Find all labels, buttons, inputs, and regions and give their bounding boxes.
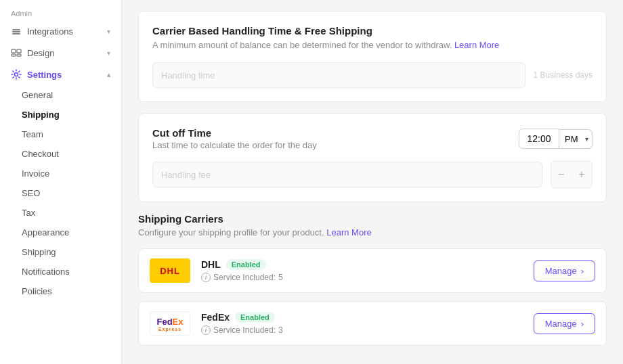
carriers-title: Shipping Carriers	[138, 213, 607, 225]
carriers-desc: Configure your shipping profile for your…	[138, 227, 607, 237]
fee-minus-button[interactable]: −	[551, 162, 572, 187]
sidebar-item-integrations-label: Integrations	[27, 26, 73, 37]
carriers-learn-more-link[interactable]: Learn More	[326, 227, 371, 237]
time-input[interactable]	[519, 129, 559, 149]
handling-fee-row: Handling fee − +	[152, 161, 593, 188]
handling-time-row: Handling time 1 Business days	[152, 62, 593, 88]
time-selector: PM AM	[519, 129, 593, 149]
chevron-up-icon-settings: ▴	[107, 71, 110, 78]
carriers-section: Shipping Carriers Configure your shippin…	[138, 213, 607, 346]
sidebar-item-design-label: Design	[27, 48, 54, 58]
sidebar-item-shipping[interactable]: Shipping	[0, 105, 121, 124]
fedex-info: FedEx Enabled i Service Included: 3	[201, 312, 523, 335]
chevron-right-icon-fedex: ›	[581, 319, 584, 329]
fedex-name: FedEx	[201, 312, 230, 323]
design-icon	[11, 47, 22, 58]
cutoff-section: Cut off Time Last time to calculate the …	[138, 113, 607, 202]
sidebar-item-policies[interactable]: Policies	[0, 281, 121, 301]
svg-rect-0	[12, 29, 20, 30]
info-icon-dhl: i	[201, 273, 211, 282]
dhl-status-badge: Enabled	[226, 259, 266, 270]
svg-rect-1	[12, 31, 20, 32]
svg-rect-6	[17, 54, 21, 56]
sidebar-item-seo[interactable]: SEO	[0, 183, 121, 203]
sidebar-item-general[interactable]: General	[0, 85, 121, 105]
handling-section: Carrier Based Handling Time & Free Shipp…	[138, 11, 607, 102]
fee-plus-button[interactable]: +	[572, 162, 592, 187]
dhl-logo: DHL	[150, 258, 190, 283]
cutoff-title: Cut off Time	[152, 127, 317, 139]
dhl-manage-button[interactable]: Manage ›	[534, 260, 595, 281]
sidebar-item-invoice[interactable]: Invoice	[0, 164, 121, 183]
handling-section-desc: A minimum amount of balance can be deter…	[152, 39, 593, 51]
settings-submenu: General Shipping Team Checkout Invoice S…	[0, 85, 121, 301]
sidebar-item-tax[interactable]: Tax	[0, 203, 121, 223]
handling-fee-input[interactable]: Handling fee	[152, 162, 542, 187]
sidebar-admin-label: Admin	[0, 5, 121, 20]
dhl-name: DHL	[201, 259, 221, 270]
sidebar-item-shipping2[interactable]: Shipping	[0, 242, 121, 262]
dhl-service-info: i Service Included: 5	[201, 273, 523, 282]
fedex-name-row: FedEx Enabled	[201, 312, 523, 323]
sidebar-item-settings-label: Settings	[27, 70, 62, 80]
settings-icon	[11, 69, 22, 80]
handling-time-hint: 1 Business days	[534, 70, 593, 80]
dhl-info: DHL Enabled i Service Included: 5	[201, 259, 523, 282]
svg-point-7	[15, 73, 18, 76]
chevron-down-icon: ▾	[107, 28, 110, 35]
cutoff-row: Cut off Time Last time to calculate the …	[152, 127, 593, 150]
handling-learn-more-link[interactable]: Learn More	[454, 40, 499, 50]
fedex-logo: FedEx Express	[150, 311, 190, 336]
sidebar-item-appearance[interactable]: Appearance	[0, 223, 121, 242]
carrier-item-fedex: FedEx Express FedEx Enabled i Service In…	[138, 301, 607, 346]
info-icon-fedex: i	[201, 325, 211, 335]
sidebar-item-team[interactable]: Team	[0, 124, 121, 144]
ampm-wrapper: PM AM	[559, 129, 593, 149]
dhl-name-row: DHL Enabled	[201, 259, 523, 270]
sidebar-item-settings[interactable]: Settings ▴	[0, 64, 121, 85]
chevron-right-icon-dhl: ›	[581, 266, 584, 276]
sidebar-item-design[interactable]: Design ▾	[0, 42, 121, 64]
cutoff-desc: Last time to calculate the order for the…	[152, 140, 317, 150]
svg-rect-2	[12, 33, 20, 35]
fee-counter: − +	[551, 161, 593, 188]
sidebar-item-notifications[interactable]: Notifications	[0, 262, 121, 281]
sidebar-item-checkout[interactable]: Checkout	[0, 144, 121, 164]
sidebar-item-integrations[interactable]: Integrations ▾	[0, 20, 121, 42]
main-content: Carrier Based Handling Time & Free Shipp…	[122, 0, 623, 364]
svg-rect-5	[12, 54, 16, 56]
fedex-status-badge: Enabled	[235, 312, 275, 323]
svg-rect-3	[12, 49, 16, 53]
svg-rect-4	[17, 49, 21, 53]
handling-section-title: Carrier Based Handling Time & Free Shipp…	[152, 25, 593, 37]
sidebar: Admin Integrations ▾ Design ▾ Settings ▴…	[0, 0, 122, 364]
ampm-select[interactable]: PM AM	[559, 129, 593, 149]
fedex-service-info: i Service Included: 3	[201, 325, 523, 335]
layers-icon	[11, 26, 22, 37]
chevron-down-icon-design: ▾	[107, 49, 110, 57]
carrier-item-dhl: DHL DHL Enabled i Service Included: 5 Ma…	[138, 248, 607, 293]
handling-time-input[interactable]: Handling time	[152, 62, 525, 88]
cutoff-info: Cut off Time Last time to calculate the …	[152, 127, 317, 150]
fedex-manage-button[interactable]: Manage ›	[534, 313, 595, 334]
